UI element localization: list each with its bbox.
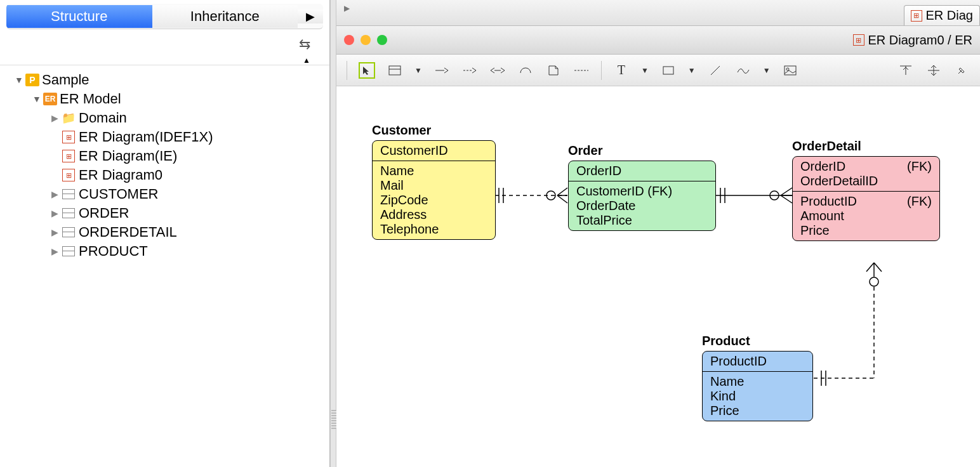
svg-line-38 (874, 263, 882, 272)
tree-table-orderdetail[interactable]: ▶ ORDERDETAIL (13, 223, 323, 242)
tree-root[interactable]: ▼ P Sample (13, 70, 323, 89)
entity-pk: OrderID (569, 161, 715, 181)
diagram-canvas[interactable]: Customer CustomerID Name Mail ZipCode Ad… (336, 86, 980, 467)
entity-attr: TotalPrice (576, 213, 708, 228)
entity-tool[interactable] (387, 62, 403, 79)
disclosure-icon[interactable]: ▶ (48, 246, 61, 256)
select-tool[interactable] (359, 62, 375, 79)
tab-more[interactable]: ▶ (298, 10, 323, 23)
svg-line-26 (557, 188, 567, 195)
entity-attr: Telephone (380, 222, 487, 237)
subtype-tool[interactable] (517, 62, 534, 79)
tree-diagram-idef1x[interactable]: ⊞ ER Diagram(IDEF1X) (13, 128, 323, 147)
many-to-many-tool[interactable] (489, 62, 506, 79)
tree-label: Sample (42, 72, 89, 88)
table-icon (62, 246, 75, 256)
entity-tool-dropdown[interactable]: ▼ (414, 66, 422, 75)
identifying-rel-tool[interactable] (434, 62, 450, 79)
svg-line-27 (557, 195, 567, 203)
entity-title: Customer (372, 123, 496, 138)
disclosure-icon[interactable]: ▶ (48, 208, 61, 218)
sidebar: Structure Inheritance ▶ ⇆ ▲ ▼ P Sample ▼… (0, 0, 330, 467)
nonidentifying-rel-tool[interactable] (461, 62, 478, 79)
expand-icon[interactable]: ▶ (344, 4, 350, 13)
disclosure-icon[interactable]: ▼ (13, 75, 25, 85)
tree-er-model[interactable]: ▼ ER ER Model (13, 89, 323, 109)
entity-orderdetail[interactable]: OrderDetail OrderID(FK) OrderDetailID Pr… (792, 139, 940, 241)
rect-tool[interactable] (660, 62, 677, 79)
close-window-button[interactable] (344, 35, 354, 45)
image-tool[interactable] (782, 62, 798, 79)
tree-diagram-ie[interactable]: ⊞ ER Diagram(IE) (13, 147, 323, 166)
entity-product[interactable]: Product ProductID Name Kind Price (702, 334, 813, 421)
tree-label: ER Diagram(IDEF1X) (79, 129, 213, 145)
entity-attr: Amount (800, 209, 932, 223)
minimize-window-button[interactable] (361, 35, 371, 45)
align-top-tool[interactable] (897, 62, 914, 79)
entity-title: Product (702, 334, 813, 348)
tree-label: ER Model (60, 91, 121, 107)
vertical-splitter[interactable] (330, 0, 336, 467)
svg-point-39 (870, 277, 878, 286)
text-tool[interactable]: T (613, 62, 630, 79)
table-icon (62, 227, 75, 237)
svg-line-34 (781, 195, 792, 203)
align-middle-tool[interactable] (925, 62, 942, 79)
project-tree[interactable]: ▼ P Sample ▼ ER ER Model ▶ 📁 Domain ⊞ ER… (0, 65, 329, 467)
editor-tab-er-diagram[interactable]: ⊞ ER Diag (904, 5, 980, 25)
tree-table-customer[interactable]: ▶ CUSTOMER (13, 185, 323, 204)
editor-tab-label: ER Diag (926, 8, 973, 23)
svg-line-33 (781, 188, 792, 195)
svg-line-4 (444, 70, 448, 73)
entity-attr: Kind (710, 389, 805, 404)
entity-attr: OrderDate (576, 199, 708, 213)
tab-inheritance[interactable]: Inheritance (152, 5, 298, 28)
rect-tool-dropdown[interactable]: ▼ (688, 66, 696, 75)
svg-point-32 (770, 191, 779, 200)
entity-customer[interactable]: Customer CustomerID Name Mail ZipCode Ad… (372, 123, 496, 240)
entity-attr: Address (380, 207, 487, 222)
tab-structure[interactable]: Structure (6, 5, 152, 28)
svg-line-8 (491, 68, 494, 70)
tree-domain[interactable]: ▶ 📁 Domain (13, 109, 323, 128)
svg-point-17 (786, 68, 789, 70)
entity-attr: CustomerID (FK) (576, 184, 708, 199)
entity-attr: Name (380, 164, 487, 178)
table-icon (62, 189, 75, 199)
swap-icon[interactable]: ⇆ (299, 36, 310, 53)
disclosure-icon[interactable]: ▼ (30, 94, 43, 104)
er-diagram-icon: ⊞ (62, 169, 75, 181)
freehand-tool-dropdown[interactable]: ▼ (763, 66, 771, 75)
tree-table-product[interactable]: ▶ PRODUCT (13, 242, 323, 261)
disclosure-icon[interactable]: ▶ (48, 189, 61, 199)
entity-order[interactable]: Order OrderID CustomerID (FK) OrderDate … (568, 143, 716, 231)
entity-title: Order (568, 143, 716, 158)
tree-label: PRODUCT (79, 243, 148, 260)
svg-line-7 (472, 70, 476, 73)
note-tool[interactable] (545, 62, 562, 79)
fk-marker: (FK) (907, 194, 932, 209)
entity-title: OrderDetail (792, 139, 940, 154)
entity-attr: Price (710, 404, 805, 418)
freehand-tool[interactable] (735, 62, 752, 79)
window-title: ⊞ ER Diagram0 / ER (853, 33, 973, 48)
tree-label: ORDER (79, 205, 129, 221)
entity-pk: OrderID (800, 159, 845, 174)
pin-tool[interactable] (953, 62, 970, 79)
line-tool[interactable] (707, 62, 724, 79)
collapse-icon[interactable]: ▲ (303, 56, 310, 65)
disclosure-icon[interactable]: ▶ (48, 227, 61, 237)
svg-line-9 (491, 70, 494, 73)
zoom-window-button[interactable] (377, 35, 387, 45)
entity-attr: ZipCode (380, 193, 487, 207)
tree-table-order[interactable]: ▶ ORDER (13, 204, 323, 223)
tree-diagram0[interactable]: ⊞ ER Diagram0 (13, 166, 323, 185)
disclosure-icon[interactable]: ▶ (48, 113, 61, 123)
svg-rect-16 (785, 66, 796, 75)
entity-pk: ProductID (703, 352, 812, 371)
fk-marker: (FK) (907, 159, 932, 174)
dash-line-tool[interactable] (573, 62, 590, 79)
text-tool-dropdown[interactable]: ▼ (641, 66, 649, 75)
tree-label: ER Diagram(IE) (79, 148, 177, 164)
sidebar-toolbar: ⇆ (0, 29, 329, 60)
